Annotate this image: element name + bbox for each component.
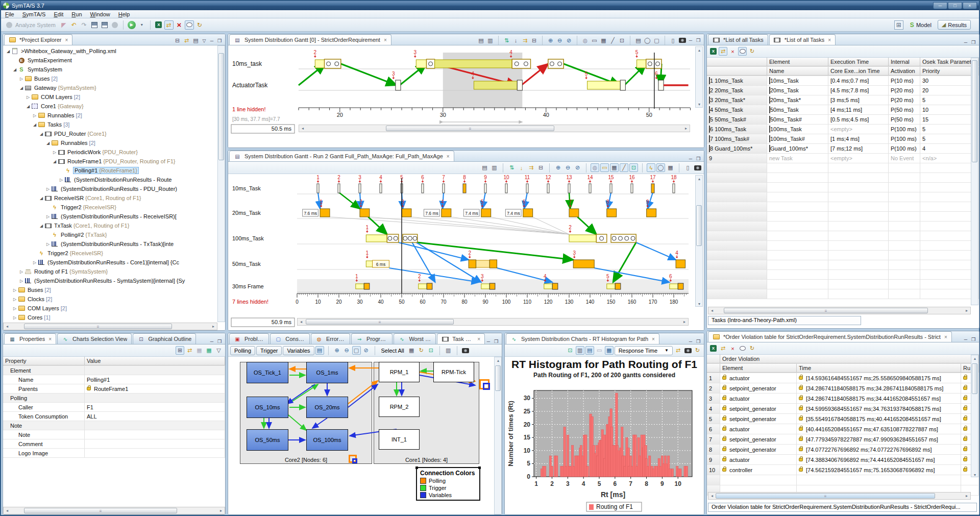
- graph-node-int_1[interactable]: INT_1: [379, 429, 420, 450]
- tab-console[interactable]: ▢Console: [270, 333, 310, 344]
- violation-row-4[interactable]: 4setpoint_generator[34.599593684551657 m…: [707, 404, 979, 414]
- collapse-icon[interactable]: ⊟: [530, 36, 538, 45]
- outline-icon[interactable]: ▥: [444, 346, 453, 355]
- tab-system-distribution-charts-rt-[interactable]: ∿System Distribution Charts - RT Histogr…: [506, 333, 659, 344]
- violation-row-6[interactable]: 6actuator[40.441652084551657 ms;47.63510…: [707, 424, 979, 434]
- graph-node-os_10ms[interactable]: OS_10ms: [247, 397, 288, 418]
- col-time[interactable]: Time: [797, 364, 961, 373]
- prop-row-logo-image[interactable]: Logo Image: [3, 449, 225, 458]
- col-value[interactable]: Value: [85, 357, 225, 365]
- report-icon[interactable]: ▯: [669, 36, 677, 45]
- expander-icon[interactable]: ▷: [12, 315, 18, 320]
- camera-icon[interactable]: [693, 163, 702, 172]
- gantt2-canvas[interactable]: 1234567891011121314151617187.6 ms1237.6 …: [228, 174, 704, 330]
- expander-icon[interactable]: ▷: [18, 77, 24, 81]
- tree-item-txtask[interactable]: ◢TxTask{Core1, Routing of F1}: [3, 221, 217, 230]
- table-disabled-icon[interactable]: ▦: [195, 346, 204, 355]
- tab-system-distribution-gantt-0-st[interactable]: ▤System Distribution Gantt [0] - StrictO…: [229, 34, 391, 45]
- transfer-icon[interactable]: ⇄: [674, 346, 682, 355]
- prop-row-token-consumption[interactable]: Token ConsumptionALL: [3, 412, 225, 421]
- save-icon[interactable]: [90, 20, 99, 30]
- task-graph-canvas[interactable]: Core2 [Nodes: 6]Core1 [Nodes: 4]OS_Tick_…: [228, 357, 502, 514]
- gantt2-hscrollbar[interactable]: ◂▸≡: [297, 318, 689, 326]
- tree-item-pdu-router[interactable]: ◢PDU_Router{Core1}: [3, 129, 217, 138]
- camera-icon[interactable]: [678, 36, 687, 45]
- tree-item-routeframe1[interactable]: ◢RouteFrame1{PDU_Router, Routing of F1}: [3, 157, 217, 166]
- tree-item-routing-of-f1[interactable]: ▷Routing of F1{SymtaSystem}: [3, 267, 217, 276]
- tree-item--systemdistributionrunresult[interactable]: ▷(SystemDistributionRunResults - PDU_Rou…: [3, 184, 217, 193]
- zoom-in-icon[interactable]: ⊕: [333, 346, 341, 355]
- title-bar[interactable]: SymTA/S 3.7 ─ □ ×: [1, 1, 979, 10]
- transfer-icon[interactable]: ⇄: [164, 20, 174, 30]
- delete-icon[interactable]: ×: [728, 47, 737, 56]
- grid-icon[interactable]: ▦: [610, 163, 619, 172]
- expander-icon[interactable]: ▷: [18, 269, 24, 274]
- minimize-view-icon[interactable]: ─: [962, 337, 969, 342]
- tree-item-gateway[interactable]: ◢Gateway{SymtaSystem}: [3, 83, 217, 92]
- graph-node-rpm-tick[interactable]: RPM-Tick: [433, 362, 474, 382]
- tg-vscrollbar[interactable]: ▴: [494, 357, 502, 514]
- tree-item-receiveisr[interactable]: ◢ReceiveISR{Core1, Routing of F1}: [3, 193, 217, 203]
- maximize-view-icon[interactable]: ❒: [970, 40, 977, 45]
- prop-row-comment[interactable]: Comment: [3, 439, 225, 449]
- link-editor-icon[interactable]: ⇄: [182, 36, 191, 45]
- minimize-view-icon[interactable]: ─: [208, 339, 215, 344]
- tree-item-com-layers[interactable]: ▷COM Layers[2]: [3, 304, 217, 313]
- violation-row-5[interactable]: 5setpoint_generator[35.5549167840588175 …: [707, 414, 979, 424]
- run-button[interactable]: ▶: [127, 20, 136, 30]
- transfer-icon[interactable]: ⇄: [719, 47, 727, 56]
- expander-icon[interactable]: ▷: [52, 150, 58, 155]
- menu-file[interactable]: File: [1, 11, 18, 18]
- expander-icon[interactable]: ◢: [38, 132, 44, 136]
- prop-row-polling[interactable]: Polling: [3, 394, 225, 403]
- expander-icon[interactable]: ◢: [18, 86, 24, 90]
- expander-icon[interactable]: ◢: [38, 196, 44, 201]
- analyze-system-button[interactable]: Analyze System: [15, 22, 56, 28]
- refresh-icon[interactable]: ↻: [417, 346, 426, 355]
- transfer-icon[interactable]: ⇉: [521, 36, 529, 45]
- task-row-5-50ms-task-[interactable]: 5 50ms_Task# 50ms_Task#[0.5 ms;4.5 ms]P(…: [707, 115, 979, 125]
- violation-row-10[interactable]: 10controller[74.562159284551657 ms;75.16…: [707, 465, 979, 475]
- report-icon[interactable]: ▯: [683, 163, 692, 172]
- delete-icon[interactable]: ×: [175, 20, 184, 30]
- sort-icon[interactable]: ⇅: [507, 163, 516, 172]
- tree-item-periodicwork[interactable]: ▷PeriodicWork{PDU_Router}: [3, 148, 217, 157]
- expander-icon[interactable]: ▷: [32, 113, 38, 118]
- group-header-order-violation[interactable]: Order Violation: [720, 355, 979, 363]
- zoom-in-icon[interactable]: ⊕: [546, 36, 555, 45]
- excel-export-icon[interactable]: X: [709, 344, 718, 353]
- expander-icon[interactable]: ▷: [32, 260, 38, 265]
- violation-row-1[interactable]: 1actuator[14.593616484551657 ms;25.55865…: [707, 373, 979, 383]
- expander-icon[interactable]: ▷: [25, 95, 31, 100]
- menu-dropdown-icon[interactable]: ▽: [214, 346, 223, 355]
- task-row-2-20ms-task[interactable]: 2 20ms_Task 20ms_Task[4.5 ms;7.8 ms]P(20…: [707, 86, 979, 95]
- pen-icon[interactable]: ╱: [620, 163, 628, 172]
- refresh-icon[interactable]: ↻: [748, 47, 756, 56]
- prop-row-name[interactable]: NamePolling#1: [3, 375, 225, 384]
- balloon-icon[interactable]: ◍: [591, 163, 599, 172]
- task-row-4-50ms-task[interactable]: 4 50ms_Task 50ms_Task[4 ms;11 ms]P(50 ms…: [707, 105, 979, 115]
- layout-icon[interactable]: ⊡: [427, 346, 435, 355]
- tree-item-clocks[interactable]: ▷Clocks[2]: [3, 294, 217, 304]
- task-row-8-guard-100ms-[interactable]: 8 Guard_100ms* Guard_100ms*[7 ms;12 ms]P…: [707, 144, 979, 154]
- expander-icon[interactable]: ◢: [25, 104, 31, 109]
- tree-item-symtaexperiment[interactable]: ESymtaExperiment: [3, 56, 217, 65]
- copy-icon[interactable]: ▤: [480, 163, 489, 172]
- close-button[interactable]: ×: [963, 2, 977, 9]
- transfer-icon[interactable]: ⇄: [185, 346, 194, 355]
- tree-item-trigger2[interactable]: ϟTrigger2{ReceiveISR}: [3, 249, 217, 258]
- filter-trigger-button[interactable]: Trigger: [256, 346, 282, 355]
- expander-icon[interactable]: ▷: [18, 279, 24, 283]
- zoom-fit-icon[interactable]: ⊘: [565, 36, 573, 45]
- task-row-1-10ms-task[interactable]: 1 10ms_Task 10ms_Task[0.4 ms;0.7 ms]P(10…: [707, 76, 979, 86]
- rows-icon[interactable]: ▤: [634, 36, 643, 45]
- prop-row-note[interactable]: Note: [3, 430, 225, 439]
- save-all-icon[interactable]: [100, 20, 109, 30]
- select-all-button[interactable]: Select All: [379, 348, 406, 354]
- view-menu-icon[interactable]: ▤: [191, 36, 200, 45]
- view-dropdown-icon[interactable]: ▽: [201, 38, 208, 43]
- box-icon[interactable]: ▭: [590, 36, 599, 45]
- tree-item-trigger2[interactable]: ϟTrigger2{ReceiveISR}: [3, 203, 217, 212]
- zoom-out-icon[interactable]: ⊖: [555, 36, 564, 45]
- tree-item--whitebox-gateway-with-polli[interactable]: ◢>Whitebox_Gateway_with_Polling.xml: [3, 46, 217, 56]
